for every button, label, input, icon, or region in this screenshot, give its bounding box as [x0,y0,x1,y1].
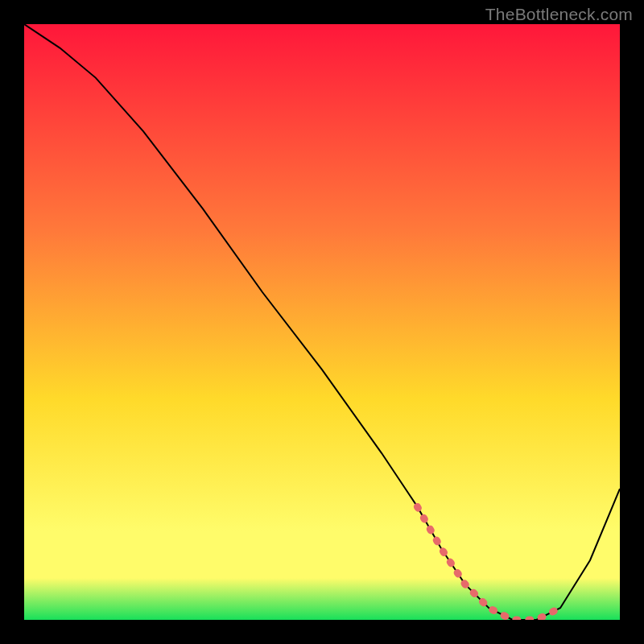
watermark-text: TheBottleneck.com [485,5,633,24]
chart-svg [24,24,620,620]
chart-stage: TheBottleneck.com [0,0,644,644]
chart-plot-area [24,24,620,620]
gradient-background [24,24,620,620]
